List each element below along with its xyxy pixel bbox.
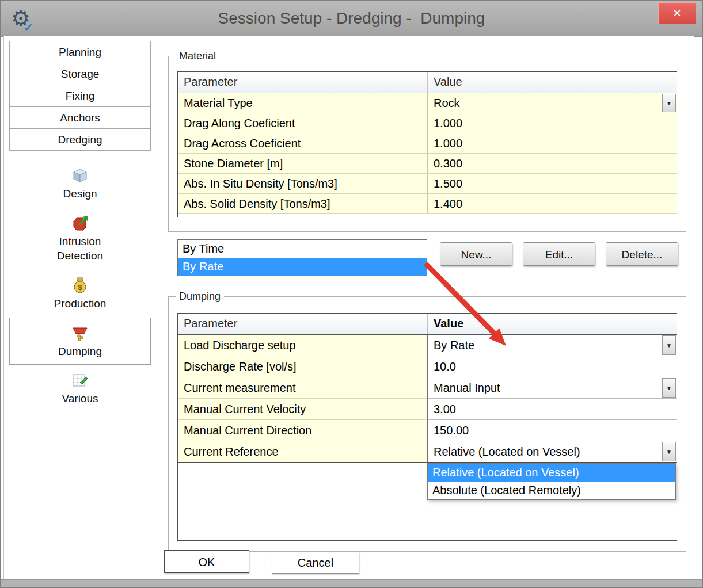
material-group-label: Material bbox=[176, 50, 219, 62]
param-cell: Current Reference bbox=[178, 441, 428, 463]
dredging-subitems: Design Intrusion Detection bbox=[9, 160, 151, 413]
column-header-value: Value bbox=[428, 72, 677, 93]
option-absolute-located-remotely[interactable]: Absolute (Located Remotely) bbox=[428, 482, 675, 499]
close-button[interactable]: ✕ bbox=[658, 2, 696, 24]
sidebar-item-label: Dumping bbox=[58, 344, 102, 359]
stone-diameter-field[interactable]: 0.300 bbox=[428, 154, 677, 174]
table-row: Drag Along Coeficient 1.000 bbox=[178, 113, 677, 133]
category-sidebar: Planning Storage Fixing Anchors Dredging… bbox=[4, 36, 157, 579]
sidebar-item-design[interactable]: Design bbox=[9, 160, 151, 208]
column-header-parameter: Parameter bbox=[178, 72, 428, 93]
new-button[interactable]: New... bbox=[440, 242, 512, 266]
value-text: 1.500 bbox=[434, 177, 462, 190]
column-header-parameter: Parameter bbox=[178, 314, 428, 334]
sidebar-item-label: Design bbox=[63, 186, 97, 201]
dumping-groupbox: Dumping Parameter Value Load Discharge s… bbox=[168, 296, 686, 552]
cancel-button[interactable]: Cancel bbox=[272, 552, 359, 574]
table-row: Material Type Rock ▼ bbox=[178, 93, 677, 113]
material-table-header: Parameter Value bbox=[178, 72, 677, 93]
list-item-by-time[interactable]: By Time bbox=[178, 240, 427, 258]
intrusion-detection-icon bbox=[71, 215, 89, 232]
dumping-table-header: Parameter Value bbox=[178, 314, 677, 335]
table-row: Abs. Solid Density [Tons/m3] 1.400 bbox=[178, 194, 677, 214]
dropdown-arrow-icon[interactable]: ▼ bbox=[662, 335, 676, 355]
sidebar-item-intrusion-detection[interactable]: Intrusion Detection bbox=[9, 208, 151, 270]
dialog-client-area: Planning Storage Fixing Anchors Dredging… bbox=[3, 36, 694, 580]
drag-along-field[interactable]: 1.000 bbox=[428, 113, 677, 133]
discharge-mode-listbox: By Time By Rate bbox=[177, 239, 427, 276]
sidebar-item-dredging[interactable]: Dredging bbox=[9, 128, 151, 151]
value-text: 1.400 bbox=[434, 197, 462, 210]
table-row: Manual Current Velocity 3.00 bbox=[178, 399, 677, 420]
sidebar-item-planning[interactable]: Planning bbox=[9, 41, 151, 63]
param-cell: Manual Current Velocity bbox=[178, 399, 428, 420]
column-header-value: Value bbox=[428, 314, 677, 334]
param-cell: Load Discharge setup bbox=[178, 335, 428, 356]
param-cell: Drag Across Coeficient bbox=[178, 133, 428, 154]
value-text: 1.000 bbox=[434, 137, 462, 150]
titlebar: ⚙✓ Session Setup - Dredging - Dumping ✕ bbox=[1, 1, 702, 37]
sidebar-item-label: Intrusion Detection bbox=[37, 234, 123, 264]
table-row: Load Discharge setup By Rate ▼ bbox=[178, 335, 677, 356]
current-measurement-dropdown[interactable]: Manual Input ▼ bbox=[427, 377, 677, 399]
param-cell: Abs. In Situ Density [Tons/m3] bbox=[178, 174, 428, 194]
sidebar-item-production[interactable]: $ Production bbox=[9, 270, 151, 318]
sidebar-item-label: Various bbox=[62, 391, 98, 406]
current-reference-dropdown[interactable]: Relative (Located on Vessel) ▼ bbox=[427, 441, 677, 463]
value-text: 0.300 bbox=[434, 157, 462, 170]
load-discharge-setup-dropdown[interactable]: By Rate ▼ bbox=[427, 335, 677, 356]
various-grid-pencil-icon bbox=[71, 372, 89, 389]
session-setup-window: ⚙✓ Session Setup - Dredging - Dumping ✕ … bbox=[0, 0, 703, 588]
insitu-density-field[interactable]: 1.500 bbox=[428, 174, 677, 194]
table-row: Current measurement Manual Input ▼ bbox=[178, 377, 677, 399]
material-table: Parameter Value Material Type Rock ▼ Dra… bbox=[177, 71, 677, 217]
close-icon: ✕ bbox=[672, 7, 681, 20]
manual-current-direction-field[interactable]: 150.00 bbox=[427, 420, 677, 441]
solid-density-field[interactable]: 1.400 bbox=[428, 194, 677, 214]
manual-current-velocity-field[interactable]: 3.00 bbox=[427, 399, 677, 420]
param-cell: Current measurement bbox=[178, 377, 428, 399]
param-cell: Abs. Solid Density [Tons/m3] bbox=[178, 194, 428, 214]
table-row: Drag Across Coeficient 1.000 bbox=[178, 133, 677, 154]
param-cell: Manual Current Direction bbox=[178, 420, 428, 441]
sidebar-item-label: Production bbox=[54, 296, 107, 311]
dumping-table: Parameter Value Load Discharge setup By … bbox=[177, 313, 677, 541]
sidebar-item-dumping[interactable]: Dumping bbox=[9, 318, 151, 365]
material-type-dropdown[interactable]: Rock ▼ bbox=[428, 93, 677, 113]
main-panel: Material Parameter Value Material Type R… bbox=[157, 36, 694, 579]
param-cell: Material Type bbox=[178, 93, 428, 113]
design-cube-icon bbox=[72, 167, 88, 184]
dropdown-arrow-icon[interactable]: ▼ bbox=[662, 94, 676, 112]
current-reference-options-list: Relative (Located on Vessel) Absolute (L… bbox=[427, 463, 676, 500]
value-text: By Rate bbox=[434, 339, 474, 352]
table-row: Current Reference Relative (Located on V… bbox=[178, 441, 677, 463]
value-text: Rock bbox=[434, 97, 460, 109]
option-relative-located-on-vessel[interactable]: Relative (Located on Vessel) bbox=[428, 464, 675, 482]
window-title: Session Setup - Dredging - Dumping bbox=[1, 1, 702, 36]
sidebar-item-storage[interactable]: Storage bbox=[9, 63, 151, 85]
list-item-by-rate[interactable]: By Rate bbox=[178, 258, 427, 276]
dumping-group-label: Dumping bbox=[176, 291, 224, 303]
param-cell: Discharge Rate [vol/s] bbox=[178, 356, 428, 377]
table-row: Manual Current Direction 150.00 bbox=[178, 420, 677, 441]
discharge-rate-field[interactable]: 10.0 bbox=[427, 356, 677, 377]
sidebar-item-various[interactable]: Various bbox=[9, 365, 151, 413]
param-cell: Drag Along Coeficient bbox=[178, 113, 428, 133]
dumping-hopper-icon bbox=[71, 324, 89, 342]
sidebar-item-fixing[interactable]: Fixing bbox=[9, 85, 151, 107]
table-row: Abs. In Situ Density [Tons/m3] 1.500 bbox=[178, 174, 677, 194]
param-cell: Stone Diameter [m] bbox=[178, 154, 428, 174]
table-row: Discharge Rate [vol/s] 10.0 bbox=[178, 356, 677, 377]
production-money-bag-icon: $ bbox=[71, 277, 89, 294]
drag-across-field[interactable]: 1.000 bbox=[428, 133, 677, 154]
table-row: Stone Diameter [m] 0.300 bbox=[178, 154, 677, 174]
dropdown-arrow-icon[interactable]: ▼ bbox=[662, 442, 676, 461]
value-text: 1.000 bbox=[434, 117, 462, 129]
value-text: Relative (Located on Vessel) bbox=[434, 445, 580, 458]
value-text: Manual Input bbox=[434, 381, 500, 394]
delete-button[interactable]: Delete... bbox=[606, 242, 678, 266]
dropdown-arrow-icon[interactable]: ▼ bbox=[662, 378, 676, 398]
edit-button[interactable]: Edit... bbox=[523, 242, 595, 266]
ok-button[interactable]: OK bbox=[164, 550, 249, 573]
sidebar-item-anchors[interactable]: Anchors bbox=[9, 106, 151, 129]
